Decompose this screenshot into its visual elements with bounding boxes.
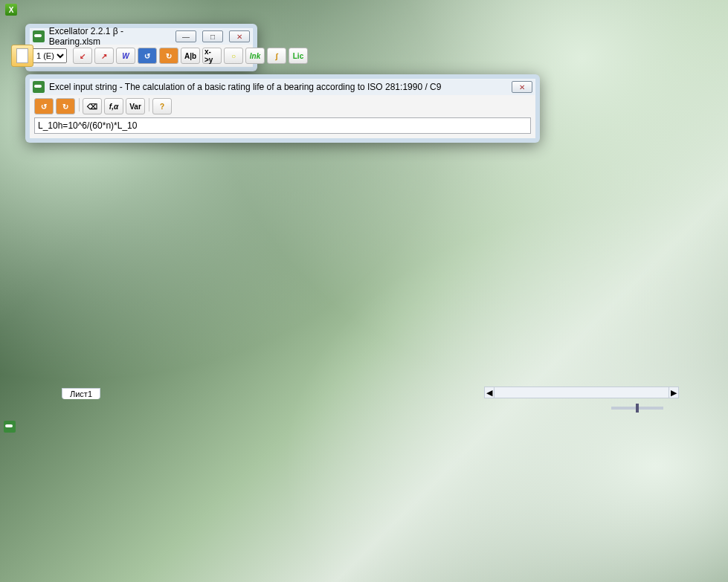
excellator-title: Excellator 2.2.1 β - Bearing.xlsm — [49, 26, 175, 47]
maximize-button[interactable]: □ — [202, 30, 223, 42]
tb-circle-icon[interactable]: ○ — [224, 48, 243, 64]
erase-icon[interactable]: ⌫ — [83, 98, 102, 114]
zoom-slider[interactable] — [611, 407, 663, 410]
app-icon — [33, 81, 45, 93]
falpha-icon[interactable]: f,α — [104, 98, 123, 114]
excellator-titlebar[interactable]: Excellator 2.2.1 β - Bearing.xlsm — □ ✕ — [30, 28, 253, 45]
minimize-button[interactable]: — — [175, 30, 196, 42]
help-icon[interactable]: ? — [152, 98, 172, 114]
tb-arrow-out-icon[interactable]: ↗ — [94, 48, 114, 64]
tb-word-icon[interactable]: W — [116, 48, 135, 64]
hscrollbar[interactable]: ◀ ▶ — [484, 387, 679, 398]
input-title: Excel input string - The calculation of … — [49, 82, 441, 92]
undo-icon[interactable]: ↺ — [34, 98, 54, 114]
tb-link-icon[interactable]: lnk — [245, 48, 265, 64]
close-button[interactable]: ✕ — [229, 30, 250, 42]
var-icon[interactable]: Var — [126, 98, 145, 114]
tb-integral-icon[interactable]: ∫ — [267, 48, 286, 64]
tb-undo-icon[interactable]: ↺ — [138, 48, 157, 64]
tb-lic-icon[interactable]: Lic — [289, 48, 308, 64]
tb-xy-icon[interactable]: x->y — [202, 48, 222, 64]
excellator-window: Excellator 2.2.1 β - Bearing.xlsm — □ ✕ … — [25, 24, 257, 71]
app-icon — [4, 421, 16, 433]
sheet-selector[interactable]: 1 (E) — [33, 48, 67, 63]
input-titlebar[interactable]: Excel input string - The calculation of … — [30, 79, 535, 95]
app-icon — [33, 30, 45, 42]
paste-icon — [11, 45, 33, 67]
formula-input[interactable] — [34, 117, 531, 134]
excel-icon: X — [5, 4, 17, 16]
tb-arrow-in-icon[interactable]: ↙ — [73, 48, 92, 64]
tb-ab-icon[interactable]: A|b — [181, 48, 200, 64]
close-button[interactable]: ✕ — [512, 81, 532, 93]
redo-icon[interactable]: ↻ — [56, 98, 75, 114]
sheet-tab[interactable]: Лист1 — [62, 388, 100, 399]
input-string-window: Excel input string - The calculation of … — [25, 74, 540, 143]
tb-redo-icon[interactable]: ↻ — [159, 48, 178, 64]
